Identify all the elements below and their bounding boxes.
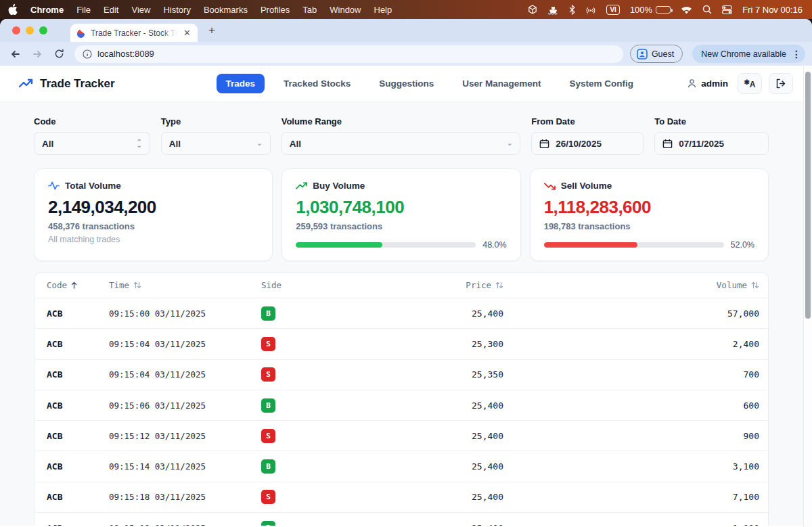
side-badge: S	[261, 429, 275, 443]
forward-icon[interactable]	[28, 45, 46, 63]
type-filter-value: All	[169, 139, 250, 149]
menubar-item-chrome[interactable]: Chrome	[30, 5, 64, 15]
reload-icon[interactable]	[50, 45, 68, 63]
language-toggle-button[interactable]: ✱A	[738, 73, 762, 94]
control-center-icon[interactable]	[722, 5, 732, 14]
nav-tab-user-management[interactable]: User Management	[453, 74, 550, 93]
trade-price: 25,400	[397, 308, 503, 319]
translate-icon: ✱A	[744, 79, 755, 89]
trending-up-icon	[296, 181, 307, 191]
trade-code: ACB	[47, 369, 109, 380]
menubar-item-profiles[interactable]: Profiles	[261, 5, 290, 15]
menubar-item-view[interactable]: View	[131, 5, 150, 15]
table-row[interactable]: ACB09:15:12 03/11/2025S25,400900	[35, 421, 768, 451]
browser-tab[interactable]: Trade Tracker - Stock Trading ✕	[70, 24, 198, 42]
chrome-update-button[interactable]: New Chrome available ⋮	[692, 45, 805, 63]
menubar-clock[interactable]: Fri 7 Nov 00:16	[742, 5, 803, 15]
page-scrollbar-thumb[interactable]	[805, 72, 811, 319]
menubar-item-file[interactable]: File	[76, 5, 91, 15]
trade-volume: 57,000	[503, 308, 759, 319]
address-bar[interactable]: localhost:8089	[74, 45, 623, 63]
trade-side: B	[261, 398, 397, 413]
table-row[interactable]: ACB09:15:04 03/11/2025S25,3002,400	[35, 329, 768, 359]
type-filter-select[interactable]: All ⌄	[161, 132, 271, 155]
minimize-window-button[interactable]	[26, 26, 34, 35]
browser-menu-icon[interactable]: ⋮	[792, 49, 801, 60]
new-tab-button[interactable]: +	[206, 24, 218, 37]
battery-indicator[interactable]: 100%	[630, 5, 671, 15]
trade-volume: 1,000	[503, 523, 759, 526]
trade-price: 25,350	[397, 369, 503, 380]
back-icon[interactable]	[7, 45, 24, 63]
total-volume-label: Total Volume	[65, 181, 121, 191]
code-filter-select[interactable]: All ⌃⌄	[34, 132, 150, 155]
trade-time: 09:15:18 03/11/2025	[109, 492, 261, 502]
sell-percent-label: 52.0%	[731, 240, 754, 250]
menubar-item-edit[interactable]: Edit	[104, 5, 118, 15]
menubar-item-help[interactable]: Help	[374, 5, 392, 15]
table-row[interactable]: ACB09:15:19 03/11/2025B25,4001,000	[35, 513, 768, 526]
app-brand[interactable]: Trade Tracker	[19, 77, 115, 91]
close-window-button[interactable]	[12, 26, 20, 35]
table-row[interactable]: ACB09:15:18 03/11/2025S25,4007,100	[35, 482, 768, 513]
update-label: New Chrome available	[701, 49, 786, 59]
menubar-item-window[interactable]: Window	[330, 5, 361, 15]
zoom-window-button[interactable]	[39, 26, 47, 35]
nav-tab-suggestions[interactable]: Suggestions	[369, 74, 443, 93]
menubar-item-bookmarks[interactable]: Bookmarks	[204, 5, 248, 15]
column-header-time[interactable]: Time	[109, 280, 261, 290]
wifi-icon[interactable]	[681, 5, 692, 14]
apple-menu-icon[interactable]	[8, 4, 18, 15]
column-header-code[interactable]: Code	[47, 280, 109, 290]
column-header-side[interactable]: Side	[261, 280, 397, 290]
total-volume-note: All matching trades	[48, 235, 258, 244]
menubar-item-history[interactable]: History	[163, 5, 190, 15]
volume-range-filter-select[interactable]: All ⌄	[281, 132, 521, 155]
box-status-icon[interactable]	[528, 5, 537, 15]
sell-volume-card: Sell Volume 1,118,283,600 198,783 transa…	[530, 168, 769, 261]
buy-progress-fill	[296, 242, 382, 248]
page-scrollbar-track[interactable]	[803, 66, 812, 526]
table-row[interactable]: ACB09:15:00 03/11/2025B25,40057,000	[35, 298, 768, 329]
table-row[interactable]: ACB09:15:06 03/11/2025B25,400600	[35, 390, 768, 421]
window-controls	[12, 26, 47, 35]
column-header-price[interactable]: Price	[397, 280, 503, 290]
airplay-waves-icon[interactable]	[585, 5, 596, 15]
tab-favicon	[76, 28, 86, 38]
from-date-input[interactable]: 26/10/2025	[531, 132, 644, 155]
nav-tab-trades[interactable]: Trades	[217, 74, 265, 93]
logout-icon	[775, 78, 786, 89]
table-body: ACB09:15:00 03/11/2025B25,40057,000ACB09…	[35, 298, 768, 526]
chevron-updown-icon: ⌃⌄	[136, 140, 141, 147]
trade-side: S	[261, 367, 397, 382]
browser-window: Trade Tracker - Stock Trading ✕ + localh…	[0, 19, 812, 527]
user-menu[interactable]: admin	[687, 78, 728, 89]
volume-range-filter-value: All	[290, 139, 501, 149]
tab-close-icon[interactable]: ✕	[182, 28, 192, 37]
to-date-input[interactable]: 07/11/2025	[654, 132, 769, 155]
table-row[interactable]: ACB09:15:04 03/11/2025S25,350700	[35, 360, 768, 390]
buy-percent-label: 48.0%	[482, 240, 506, 250]
side-badge: S	[261, 490, 275, 504]
nav-tab-tracked-stocks[interactable]: Tracked Stocks	[274, 74, 360, 93]
trade-price: 25,400	[397, 523, 503, 526]
site-info-icon[interactable]	[83, 49, 92, 59]
table-row[interactable]: ACB09:15:14 03/11/2025B25,4003,100	[35, 451, 768, 482]
buy-volume-card: Buy Volume 1,030,748,100 259,593 transac…	[281, 168, 520, 261]
column-header-volume[interactable]: Volume	[503, 280, 759, 290]
bluetooth-icon[interactable]	[569, 5, 575, 15]
trade-code: ACB	[47, 308, 109, 319]
sell-transactions: 198,783 transactions	[544, 221, 754, 231]
logout-button[interactable]	[769, 73, 793, 94]
ship-status-icon[interactable]	[547, 5, 559, 15]
macos-menubar: Chrome File Edit View History Bookmarks …	[0, 0, 812, 19]
sort-asc-icon	[71, 281, 77, 289]
code-filter-label: Code	[34, 116, 150, 127]
menubar-item-tab[interactable]: Tab	[302, 5, 317, 15]
buy-volume-value: 1,030,748,100	[296, 197, 506, 218]
spotlight-search-icon[interactable]	[702, 5, 712, 14]
nav-tab-system-config[interactable]: System Config	[560, 74, 643, 93]
guest-profile-button[interactable]: Guest	[630, 45, 683, 63]
input-source-badge[interactable]: VI	[606, 5, 619, 15]
tab-title: Trade Tracker - Stock Trading	[91, 28, 177, 38]
